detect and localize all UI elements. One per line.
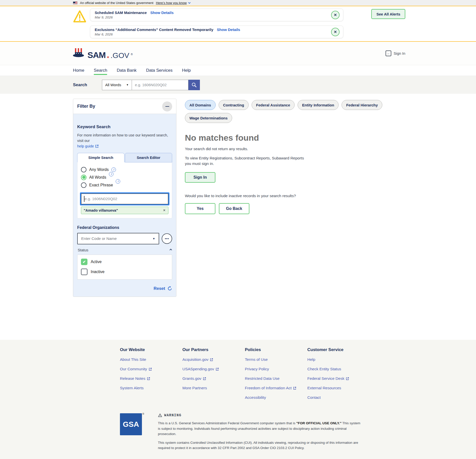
tab-entity-information[interactable]: Entity Information	[298, 100, 339, 110]
ellipsis-icon: •••	[165, 237, 169, 240]
results-area: All Domains Contracting Federal Assistan…	[185, 94, 405, 214]
footer-link-privacy-policy[interactable]: Privacy Policy	[245, 367, 307, 371]
how-you-know-link[interactable]: Here’s how you know	[156, 1, 190, 5]
external-link-icon	[346, 377, 349, 380]
footer-link-release-notes[interactable]: Release Notes	[120, 376, 182, 381]
status-section-toggle[interactable]: Status	[77, 248, 172, 252]
sign-in-button[interactable]: Sign In	[185, 172, 215, 183]
tab-federal-hierarchy[interactable]: Federal Hierarchy	[342, 100, 382, 110]
gsa-logo: GSA ®	[120, 413, 142, 435]
reset-icon[interactable]	[167, 286, 172, 291]
gov-banner: An official website of the United States…	[0, 0, 476, 6]
nav-item-help[interactable]: Help	[182, 65, 191, 76]
chip-remove-icon[interactable]: ✕	[163, 208, 166, 212]
keyword-search-heading: Keyword Search	[77, 124, 172, 129]
radio-icon[interactable]	[81, 182, 86, 188]
search-button[interactable]	[188, 80, 200, 90]
status-options: ✔ Active Inactive	[77, 255, 172, 280]
nav-item-search[interactable]: Search	[94, 65, 107, 76]
gov-banner-text: An official website of the United States…	[80, 1, 153, 5]
footer-link-about-this-site[interactable]: About This Site	[120, 357, 182, 362]
chevron-down-icon	[188, 1, 191, 4]
checkbox-icon[interactable]	[81, 269, 87, 275]
radio-exact-phrase[interactable]: Exact Phrase i	[81, 182, 168, 188]
main-nav: Home Search Data Bank Data Services Help	[0, 65, 476, 76]
alert-card: Scheduled SAM Maintenance Show Details M…	[90, 8, 343, 21]
yes-button[interactable]: Yes	[185, 203, 215, 214]
radio-icon[interactable]	[81, 167, 86, 172]
external-link-icon	[203, 377, 206, 380]
footer-link-check-entity-status[interactable]: Check Entity Status	[307, 367, 372, 371]
footer-link-system-alerts[interactable]: System Alerts	[120, 386, 182, 390]
nav-item-home[interactable]: Home	[73, 65, 84, 76]
footer-link-our-community[interactable]: Our Community	[120, 367, 182, 371]
radio-checked-icon[interactable]	[81, 175, 86, 180]
show-details-link[interactable]: Show Details	[217, 27, 240, 32]
collapse-filters-button[interactable]	[162, 101, 172, 111]
info-icon[interactable]: i	[109, 172, 113, 176]
footer-heading: Customer Service	[307, 347, 372, 352]
footer-link-federal-service-desk[interactable]: Federal Service Desk	[307, 376, 372, 381]
warning-icon	[158, 413, 162, 417]
close-icon[interactable]: ✕	[331, 28, 340, 36]
footer-link-help[interactable]: Help	[307, 357, 372, 362]
info-icon[interactable]: i	[116, 179, 120, 184]
tab-simple-search[interactable]: Simple Search	[77, 153, 124, 162]
reset-link[interactable]: Reset	[154, 286, 165, 291]
page: An official website of the United States…	[0, 0, 476, 459]
simple-search-card: Any Words i All Words i Exact Phrase i	[77, 162, 172, 218]
nav-item-data-bank[interactable]: Data Bank	[117, 65, 136, 76]
close-icon[interactable]: ✕	[331, 11, 340, 19]
radio-all-words[interactable]: All Words i	[81, 175, 168, 180]
footer-heading: Our Partners	[182, 347, 245, 352]
keyword-chip: "Amado villanueva" ✕	[81, 207, 168, 214]
sign-in-link[interactable]: ← Sign In	[386, 50, 405, 56]
tab-all-domains[interactable]: All Domains	[185, 100, 216, 110]
us-flag-icon	[73, 1, 77, 4]
footer-link-grants-gov[interactable]: Grants.gov	[182, 376, 245, 381]
footer-link-foia[interactable]: Freedom of Information Act	[245, 386, 307, 390]
more-options-button[interactable]: •••	[162, 233, 172, 244]
footer-link-more-partners[interactable]: More Partners	[182, 386, 245, 390]
tab-search-editor[interactable]: Search Editor	[125, 153, 172, 162]
chevron-up-icon	[170, 249, 172, 251]
footer-link-terms-of-use[interactable]: Terms of Use	[245, 357, 307, 362]
alert-date: Mar 6, 2026	[95, 32, 240, 36]
warning-paragraph-2: This system contains Controlled Unclassi…	[158, 440, 361, 451]
alert-date: Mar 9, 2026	[95, 15, 174, 19]
checkbox-active[interactable]: ✔ Active	[81, 259, 168, 265]
footer-heading: Policies	[245, 347, 307, 352]
nav-item-data-services[interactable]: Data Services	[146, 65, 173, 76]
footer-link-restricted-data-use[interactable]: Restricted Data Use	[245, 376, 307, 381]
radio-any-words[interactable]: Any Words i	[81, 167, 168, 172]
footer-link-usaspending-gov[interactable]: USASpending.gov	[182, 367, 245, 371]
text-caret	[84, 196, 84, 202]
footer-link-contact[interactable]: Contact	[307, 395, 372, 400]
show-details-link[interactable]: Show Details	[150, 10, 173, 15]
main-content: Filter By Keyword Search For more inform…	[0, 94, 476, 340]
external-link-icon	[149, 368, 152, 371]
see-all-alerts-button[interactable]: See All Alerts	[371, 9, 405, 19]
checkbox-checked-icon[interactable]: ✔	[81, 259, 87, 265]
sign-in-note: To view Entity Registrations, Subcontrac…	[185, 155, 311, 167]
search-input[interactable]	[132, 80, 188, 90]
keyword-input[interactable]: e.g. 1606N020Q02	[81, 193, 168, 204]
sam-gov-logo[interactable]: SAM★.GOV®	[73, 48, 133, 59]
warning-block: WARNING This is a U.S. General Services …	[158, 413, 361, 451]
federal-org-combobox[interactable]: Enter Code or Name ▼	[77, 233, 159, 244]
tab-federal-assistance[interactable]: Federal Assistance	[252, 100, 295, 110]
tab-contracting[interactable]: Contracting	[219, 100, 249, 110]
search-mode-select[interactable]: All Words ▼	[102, 80, 132, 90]
checkbox-inactive[interactable]: Inactive	[81, 269, 168, 275]
site-footer: Our Website About This Site Our Communit…	[0, 340, 476, 459]
help-guide-link[interactable]: help guide	[77, 144, 99, 148]
footer-link-acquisition-gov[interactable]: Acquisition.gov	[182, 357, 245, 362]
search-band: Search All Words ▼	[0, 76, 476, 94]
info-icon[interactable]: i	[111, 167, 116, 172]
footer-link-accessibility[interactable]: Accessibility	[245, 395, 307, 400]
tab-wage-determinations[interactable]: Wage Determinations	[185, 113, 232, 123]
footer-link-external-resources[interactable]: External Resources	[307, 386, 372, 390]
go-back-button[interactable]: Go Back	[219, 203, 249, 214]
external-link-icon	[210, 358, 213, 361]
no-results-subtitle: Your search did not return any results.	[185, 147, 405, 151]
